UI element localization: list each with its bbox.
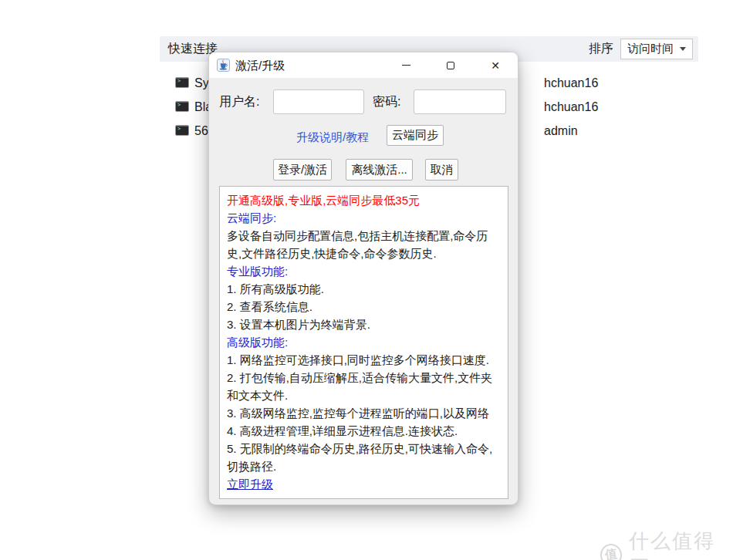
promo-line: 1. 所有高级版功能. bbox=[227, 280, 501, 298]
connection-name: Sy bbox=[194, 74, 209, 93]
upgrade-guide-link[interactable]: 升级说明/教程 bbox=[296, 129, 369, 146]
dialog-title-bar[interactable]: 激活/升级 bbox=[209, 52, 518, 78]
promo-line: 开通高级版,专业版,云端同步最低35元 bbox=[227, 191, 501, 209]
password-label: 密码: bbox=[373, 89, 400, 114]
maximize-button[interactable] bbox=[428, 52, 473, 78]
promo-line: 专业版功能: bbox=[227, 262, 501, 280]
watermark-text: 什么值得买 bbox=[629, 528, 733, 560]
login-activate-button[interactable]: 登录/激活 bbox=[273, 159, 332, 180]
promo-line: 1. 网络监控可选择接口,同时监控多个网络接口速度. bbox=[227, 351, 501, 369]
promo-line: 2. 打包传输,自动压缩解压,适合传输大量文件,文件夹和文本文件. bbox=[227, 369, 501, 404]
promo-line: 云端同步: bbox=[227, 209, 501, 227]
password-field[interactable] bbox=[414, 89, 506, 114]
terminal-icon: > bbox=[175, 77, 189, 88]
promo-line: 多设备自动同步配置信息,包括主机连接配置,命令历史,文件路径历史,快捷命令,命令… bbox=[227, 227, 501, 262]
sort-dropdown[interactable]: 访问时间 bbox=[620, 39, 693, 59]
connection-user: hchuan16 bbox=[544, 98, 598, 116]
connection-user: hchuan16 bbox=[544, 74, 598, 93]
watermark: 值 什么值得买 bbox=[600, 528, 733, 560]
watermark-badge-icon: 值 bbox=[599, 542, 623, 560]
sort-dropdown-value: 访问时间 bbox=[627, 42, 674, 56]
username-field[interactable] bbox=[273, 89, 364, 114]
upgrade-now-link[interactable]: 立即升级 bbox=[227, 475, 273, 493]
close-button[interactable] bbox=[473, 52, 518, 78]
cloud-sync-button[interactable]: 云端同步 bbox=[387, 125, 444, 146]
minimize-button[interactable] bbox=[383, 52, 428, 78]
promo-line: 5. 无限制的终端命令历史,路径历史,可快速输入命令,切换路径. bbox=[227, 440, 501, 475]
connection-user: admin bbox=[544, 122, 578, 140]
activation-upgrade-dialog: 激活/升级 用户名: 密码: 升级说明/教程 云端同步 登录/激活 离线激活..… bbox=[208, 52, 519, 505]
promo-line: 4. 高级进程管理,详细显示进程信息.连接状态. bbox=[227, 422, 501, 440]
close-icon bbox=[491, 60, 500, 71]
minimize-icon bbox=[402, 65, 410, 66]
cancel-button[interactable]: 取消 bbox=[425, 159, 458, 180]
terminal-icon: > bbox=[175, 101, 189, 112]
promo-line: 3. 高级网络监控,监控每个进程监听的端口,以及网络 bbox=[227, 404, 501, 422]
dialog-title: 激活/升级 bbox=[235, 52, 285, 78]
connection-name: 56 bbox=[194, 122, 208, 140]
promo-line: 2. 查看系统信息. bbox=[227, 298, 501, 315]
terminal-icon: > bbox=[175, 125, 189, 136]
window-controls bbox=[383, 52, 518, 78]
promo-text-pane[interactable]: 开通高级版,专业版,云端同步最低35元 云端同步: 多设备自动同步配置信息,包括… bbox=[219, 186, 508, 499]
offline-activate-button[interactable]: 离线激活... bbox=[346, 159, 413, 180]
chevron-down-icon bbox=[680, 47, 686, 51]
promo-line: 3. 设置本机图片为终端背景. bbox=[227, 315, 501, 333]
promo-line: 高级版功能: bbox=[227, 333, 501, 351]
username-label: 用户名: bbox=[219, 89, 259, 114]
page: 快速连接 排序 访问时间 > Sy hchuan16 > Bla hchuan1… bbox=[0, 0, 733, 560]
sort-controls: 排序 访问时间 bbox=[589, 39, 693, 59]
maximize-icon bbox=[447, 62, 454, 69]
sort-label: 排序 bbox=[589, 41, 613, 57]
java-icon bbox=[217, 59, 230, 72]
